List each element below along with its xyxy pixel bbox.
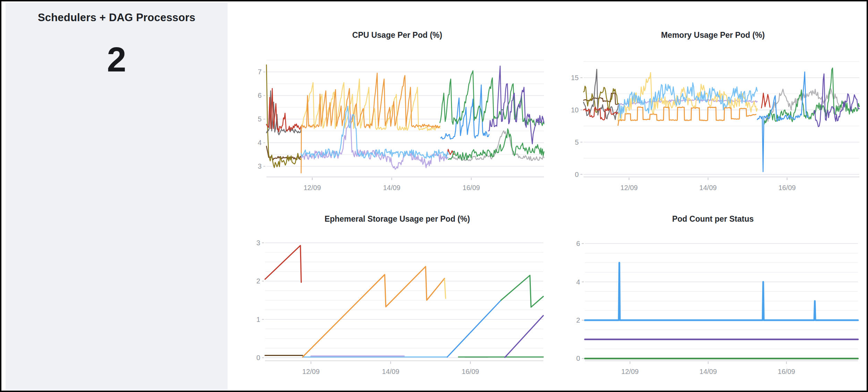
chart-title: Memory Usage Per Pod (%) [562, 19, 864, 40]
minor-gridlines [585, 253, 858, 349]
chart-title: Pod Count per Status [562, 203, 864, 224]
series-line-pod-red-late [761, 93, 770, 108]
series-line-pod-green [764, 68, 859, 124]
y-tick-label: 2 [256, 277, 260, 285]
dashboard-page: Schedulers + DAG Processors 2 CPU Usage … [0, 0, 868, 392]
x-tick-label: 12/09 [304, 184, 321, 191]
chart-plot-area[interactable]: 024612/0914/0916/09 [562, 224, 864, 380]
series-group [265, 246, 543, 358]
series-group [584, 68, 859, 172]
series-line-pod-purple [488, 66, 544, 144]
y-tick-label: 7 [258, 68, 262, 76]
y-tick-label: 5 [575, 138, 579, 146]
series-line-pod-blue [447, 300, 501, 357]
plot-svg: 024612/0914/0916/09 [562, 224, 864, 380]
chart-title: CPU Usage Per Pod (%) [246, 19, 548, 40]
series-line-pod-green-low [448, 129, 544, 160]
series-line-pod-purple [505, 316, 543, 357]
x-tick-label: 14/09 [699, 368, 717, 375]
y-tick-label: 10 [571, 106, 579, 114]
y-tick-label: 6 [576, 240, 580, 247]
series-line-pod-purple [814, 74, 859, 127]
y-tick-label: 1 [256, 316, 260, 323]
y-axis-labels: 0246 [576, 240, 584, 362]
x-tick-label: 14/09 [383, 184, 400, 191]
plot-svg: 3456712/0914/0916/09 [246, 40, 548, 196]
y-tick-label: 4 [258, 139, 262, 146]
y-axis-labels: 34567 [258, 68, 265, 170]
y-tick-label: 2 [576, 316, 580, 324]
stat-panel-schedulers: Schedulers + DAG Processors 2 [6, 2, 228, 390]
chart-ephemeral-storage-usage-per-pod: Ephemeral Storage Usage per Pod (%) 0123… [246, 203, 548, 380]
series-line-pod-brown [266, 146, 301, 160]
chart-pod-count-per-status: Pod Count per Status 024612/0914/0916/09 [562, 203, 864, 380]
x-axis-labels: 12/0914/0916/09 [620, 178, 796, 191]
y-tick-label: 3 [258, 162, 262, 170]
chart-plot-area[interactable]: 012312/0914/0916/09 [246, 224, 548, 380]
y-axis-labels: 051015 [571, 74, 582, 178]
series-line-pod-brown [584, 93, 619, 104]
x-tick-label: 12/09 [302, 368, 320, 375]
chart-memory-usage-per-pod: Memory Usage Per Pod (%) 05101512/0914/0… [562, 19, 864, 196]
x-tick-label: 16/09 [778, 184, 796, 191]
x-axis-labels: 12/0914/0916/09 [302, 361, 479, 375]
series-line-pod-green [501, 275, 543, 307]
x-tick-label: 16/09 [462, 184, 480, 191]
series-line-pod-gray [584, 69, 619, 120]
stat-panel-title: Schedulers + DAG Processors [6, 11, 228, 24]
y-tick-label: 4 [576, 278, 580, 286]
x-tick-label: 14/09 [382, 368, 399, 375]
series-line-pod-red [265, 246, 301, 282]
x-axis-labels: 12/0914/0916/09 [304, 178, 480, 191]
x-axis-labels: 12/0914/0916/09 [621, 361, 795, 375]
plot-svg: 012312/0914/0916/09 [246, 224, 548, 380]
y-tick-label: 0 [256, 354, 260, 361]
y-tick-label: 0 [575, 171, 579, 178]
plot-svg: 05101512/0914/0916/09 [562, 40, 864, 196]
y-axis-labels: 0123 [256, 239, 264, 361]
x-tick-label: 16/09 [778, 368, 795, 375]
series-line-pod-yellow [444, 279, 445, 298]
y-tick-label: 0 [576, 355, 580, 362]
chart-cpu-usage-per-pod: CPU Usage Per Pod (%) 3456712/0914/0916/… [246, 19, 548, 196]
x-tick-label: 12/09 [620, 184, 638, 191]
x-tick-label: 16/09 [462, 368, 479, 375]
x-tick-label: 14/09 [699, 184, 717, 191]
stat-panel-value: 2 [6, 42, 228, 77]
series-line-pod-orange [303, 266, 444, 357]
chart-title: Ephemeral Storage Usage per Pod (%) [246, 203, 548, 224]
y-tick-label: 3 [256, 239, 260, 247]
x-tick-label: 12/09 [621, 368, 639, 375]
chart-plot-area[interactable]: 3456712/0914/0916/09 [246, 40, 548, 196]
y-tick-label: 5 [258, 115, 262, 123]
y-tick-label: 15 [571, 74, 579, 82]
chart-plot-area[interactable]: 05101512/0914/0916/09 [562, 40, 864, 196]
series-line-pod-green-high [440, 71, 544, 126]
y-tick-label: 6 [258, 92, 262, 99]
